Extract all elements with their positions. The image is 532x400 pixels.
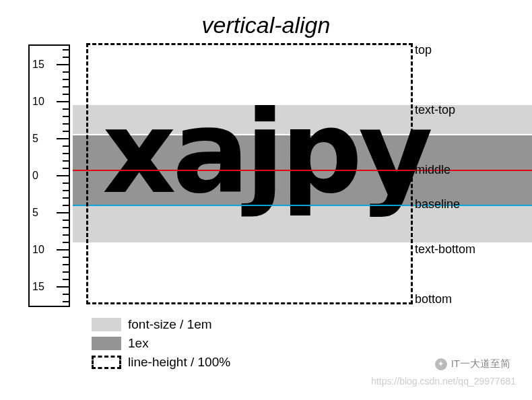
- legend-row-ex: 1ex: [92, 334, 230, 353]
- ruler-tick: [63, 227, 69, 228]
- ruler-label: 15: [32, 59, 44, 71]
- ruler-tick: [63, 205, 69, 206]
- ruler-tick: [63, 57, 69, 58]
- ruler-tick: [57, 138, 69, 139]
- ruler-tick: [63, 71, 69, 73]
- ruler-tick: [63, 271, 69, 273]
- ruler-tick: [63, 86, 69, 88]
- label-text-top: text-top: [415, 103, 455, 117]
- ruler-tick: [63, 145, 69, 147]
- legend-row-lh: line-height / 100%: [92, 353, 230, 372]
- ruler-tick: [63, 220, 69, 221]
- ruler-tick: [63, 153, 69, 154]
- ruler-tick: [63, 160, 69, 162]
- watermark: ✦ IT一大道至简: [435, 358, 510, 370]
- label-top: top: [415, 43, 432, 57]
- ruler-tick: [63, 197, 69, 199]
- ruler-tick: [57, 249, 69, 251]
- ruler-tick: [57, 286, 69, 288]
- ruler-label: 5: [32, 207, 38, 219]
- ruler-tick: [63, 264, 69, 265]
- ruler-tick: [63, 301, 69, 302]
- ruler-tick: [63, 108, 69, 110]
- ruler-label: 0: [32, 170, 38, 182]
- ruler-tick: [63, 182, 69, 184]
- swatch-ex: [92, 337, 121, 350]
- label-bottom: bottom: [415, 292, 452, 306]
- ruler-label: 10: [32, 96, 44, 108]
- page-title: vertical-align: [0, 12, 532, 38]
- ruler-tick: [63, 279, 69, 280]
- ruler-tick: [63, 190, 69, 191]
- legend: font-size / 1em 1ex line-height / 100%: [92, 315, 230, 372]
- ruler-tick: [63, 49, 69, 51]
- ruler-tick: [57, 101, 69, 102]
- ruler-tick: [63, 131, 69, 132]
- label-middle: middle: [415, 163, 451, 177]
- ruler-tick: [63, 123, 69, 125]
- ruler-label: 5: [32, 133, 38, 145]
- ruler-label: 10: [32, 244, 44, 256]
- swatch-line-height: [92, 356, 121, 369]
- watermark-text: IT一大道至简: [451, 358, 510, 370]
- ruler-tick: [63, 242, 69, 243]
- ruler-tick: [63, 79, 69, 80]
- ruler-tick: [63, 116, 69, 117]
- line-height-box: [86, 43, 413, 304]
- ruler-tick: [63, 94, 69, 95]
- ruler: 15105051015: [28, 44, 70, 307]
- ruler-tick: [57, 175, 69, 176]
- legend-label-em: font-size / 1em: [128, 317, 212, 332]
- legend-label-lh: line-height / 100%: [128, 355, 230, 370]
- ruler-tick: [63, 168, 69, 169]
- label-baseline: baseline: [415, 197, 460, 211]
- ruler-tick: [63, 234, 69, 236]
- label-text-bottom: text-bottom: [415, 242, 475, 257]
- ruler-tick: [63, 257, 69, 258]
- ruler-tick: [57, 64, 69, 65]
- watermark-url: https://blog.csdn.net/qq_29977681: [371, 376, 516, 387]
- ruler-tick: [57, 212, 69, 213]
- ruler-tick: [63, 294, 69, 295]
- legend-label-ex: 1ex: [128, 336, 149, 351]
- swatch-font-size: [92, 318, 121, 331]
- legend-row-em: font-size / 1em: [92, 315, 230, 334]
- wechat-icon: ✦: [435, 358, 447, 370]
- ruler-label: 15: [32, 281, 44, 293]
